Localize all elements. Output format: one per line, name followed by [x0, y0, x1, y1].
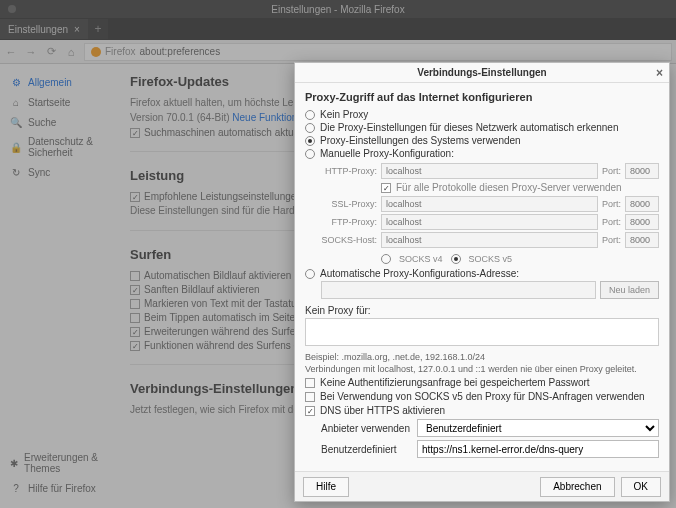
help-button[interactable]: Hilfe	[303, 477, 349, 497]
ok-button[interactable]: OK	[621, 477, 661, 497]
radio-socks5[interactable]	[451, 254, 461, 264]
socks-host-input[interactable]	[381, 232, 598, 248]
radio-auto-detect[interactable]	[305, 123, 315, 133]
dialog-heading: Proxy-Zugriff auf das Internet konfiguri…	[305, 91, 659, 103]
dialog-footer: Hilfe Abbrechen OK	[295, 471, 669, 501]
connection-settings-dialog: Verbindungs-Einstellungen × Proxy-Zugrif…	[294, 62, 670, 502]
radio-no-proxy[interactable]	[305, 110, 315, 120]
doh-provider-select[interactable]: Benutzerdefiniert	[417, 419, 659, 437]
ssl-port-input[interactable]	[625, 196, 659, 212]
radio-system-proxy[interactable]	[305, 136, 315, 146]
cancel-button[interactable]: Abbrechen	[540, 477, 614, 497]
dialog-titlebar: Verbindungs-Einstellungen ×	[295, 63, 669, 83]
noproxy-label: Kein Proxy für:	[305, 305, 659, 316]
ftp-port-input[interactable]	[625, 214, 659, 230]
socks-dns-checkbox[interactable]	[305, 392, 315, 402]
doh-checkbox[interactable]	[305, 406, 315, 416]
radio-pac[interactable]	[305, 269, 315, 279]
ftp-proxy-input[interactable]	[381, 214, 598, 230]
pac-url-input[interactable]	[321, 281, 596, 299]
same-proxy-checkbox[interactable]	[381, 183, 391, 193]
reload-button[interactable]: Neu laden	[600, 281, 659, 299]
radio-manual-proxy[interactable]	[305, 149, 315, 159]
radio-socks4[interactable]	[381, 254, 391, 264]
doh-custom-input[interactable]	[417, 440, 659, 458]
noproxy-textarea[interactable]	[305, 318, 659, 346]
http-port-input[interactable]	[625, 163, 659, 179]
close-icon[interactable]: ×	[656, 66, 663, 80]
socks-port-input[interactable]	[625, 232, 659, 248]
ssl-proxy-input[interactable]	[381, 196, 598, 212]
http-proxy-input[interactable]	[381, 163, 598, 179]
auth-checkbox[interactable]	[305, 378, 315, 388]
